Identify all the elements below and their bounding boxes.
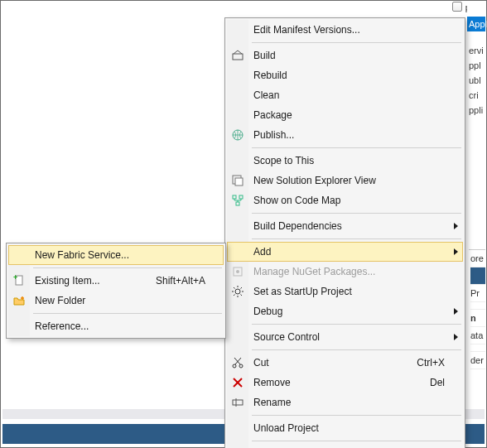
svg-line-21 xyxy=(234,358,240,364)
build-dependencies[interactable]: Build Dependencies xyxy=(227,216,463,236)
svg-point-8 xyxy=(236,270,239,273)
cut[interactable]: Cut Ctrl+X xyxy=(227,353,463,373)
new-solution-explorer-view[interactable]: New Solution Explorer View xyxy=(227,171,463,190)
menu-label: Build xyxy=(253,50,276,61)
shortcut: Del xyxy=(430,377,445,388)
remove-icon xyxy=(230,375,245,390)
rename-icon xyxy=(230,395,245,410)
shortcut: Shift+Alt+A xyxy=(156,275,205,287)
menu-label: Cut xyxy=(253,357,269,369)
menu-label: Clean xyxy=(253,89,279,101)
svg-text:+: + xyxy=(13,274,17,282)
svg-line-14 xyxy=(234,287,235,289)
menu-label: New Fabric Service... xyxy=(35,249,129,261)
menu-label: Reference... xyxy=(35,320,89,332)
svg-rect-6 xyxy=(236,202,239,205)
svg-rect-5 xyxy=(239,195,243,199)
existing-item-icon: + xyxy=(12,273,27,288)
manage-nuget-packages: Manage NuGet Packages... xyxy=(227,262,463,282)
nuget-icon xyxy=(230,264,245,279)
open-folder-in-file-explorer[interactable]: Open Folder in File Explorer xyxy=(227,444,463,448)
rebuild[interactable]: Rebuild xyxy=(227,65,463,85)
solution-explorer-partial: Applic ervi ppl ubl cri ppli xyxy=(467,2,485,250)
existing-item[interactable]: + Existing Item... Shift+Alt+A xyxy=(8,271,224,291)
svg-line-16 xyxy=(234,295,235,296)
menu-label: Edit Manifest Versions... xyxy=(253,24,360,36)
svg-line-15 xyxy=(241,295,243,296)
svg-rect-24 xyxy=(233,400,243,405)
svg-rect-3 xyxy=(235,178,243,185)
menu-label: Package xyxy=(253,109,292,121)
menu-label: Remove xyxy=(253,377,291,388)
build-icon xyxy=(230,48,245,63)
new-folder-icon xyxy=(12,293,27,308)
new-fabric-service[interactable]: New Fabric Service... xyxy=(8,245,224,265)
shortcut: Ctrl+X xyxy=(417,357,445,369)
debug[interactable]: Debug xyxy=(227,301,463,321)
edit-manifest-versions[interactable]: Edit Manifest Versions... xyxy=(227,20,463,40)
menu-label: New Folder xyxy=(35,295,85,306)
menu-label: Existing Item... xyxy=(35,275,100,287)
menu-label: Rename xyxy=(253,397,291,408)
submenu-arrow-icon xyxy=(454,223,458,229)
svg-line-20 xyxy=(235,358,241,364)
menu-label: Manage NuGet Packages... xyxy=(253,266,375,277)
set-as-startup-project[interactable]: Set as StartUp Project xyxy=(227,282,463,301)
new-view-icon xyxy=(230,173,245,188)
project-context-menu: Edit Manifest Versions... Build Rebuild … xyxy=(224,17,465,448)
submenu-arrow-icon xyxy=(454,308,458,315)
clean[interactable]: Clean xyxy=(227,85,463,105)
menu-label: Publish... xyxy=(253,129,294,141)
svg-point-9 xyxy=(235,289,240,294)
submenu-arrow-icon xyxy=(454,248,458,255)
svg-rect-4 xyxy=(233,195,236,199)
code-map-icon xyxy=(230,193,245,208)
svg-rect-0 xyxy=(233,54,243,60)
scope-to-this[interactable]: Scope to This xyxy=(227,151,463,171)
show-on-code-map[interactable]: Show on Code Map xyxy=(227,190,463,210)
menu-label: New Solution Explorer View xyxy=(253,175,376,186)
menu-label: Add xyxy=(253,246,271,258)
remove[interactable]: Remove Del xyxy=(227,373,463,393)
menu-label: Rebuild xyxy=(253,70,287,81)
menu-label: Set as StartUp Project xyxy=(253,286,352,297)
cut-icon xyxy=(230,355,245,370)
publish-icon xyxy=(230,128,245,142)
menu-label: Scope to This xyxy=(253,155,314,166)
menu-label: Source Control xyxy=(253,331,320,343)
svg-line-17 xyxy=(241,287,243,289)
menu-label: Build Dependencies xyxy=(253,220,342,232)
svg-point-18 xyxy=(233,364,236,368)
build[interactable]: Build xyxy=(227,46,463,65)
add-submenu: New Fabric Service... + Existing Item...… xyxy=(6,243,226,339)
source-control[interactable]: Source Control xyxy=(227,327,463,347)
menu-label: Unload Project xyxy=(253,422,319,434)
new-folder[interactable]: New Folder xyxy=(8,291,224,311)
right-panel-partial: ore Pr n ata der xyxy=(469,249,485,415)
gear-icon xyxy=(230,284,245,299)
reference[interactable]: Reference... xyxy=(8,316,224,336)
package[interactable]: Package xyxy=(227,105,463,125)
menu-label: Debug xyxy=(253,306,282,317)
unload-project[interactable]: Unload Project xyxy=(227,418,463,438)
menu-label: Show on Code Map xyxy=(253,195,340,206)
add[interactable]: Add xyxy=(227,242,463,262)
submenu-arrow-icon xyxy=(454,334,458,340)
svg-point-19 xyxy=(239,364,243,368)
rename[interactable]: Rename xyxy=(227,393,463,412)
publish[interactable]: Publish... xyxy=(227,125,463,145)
